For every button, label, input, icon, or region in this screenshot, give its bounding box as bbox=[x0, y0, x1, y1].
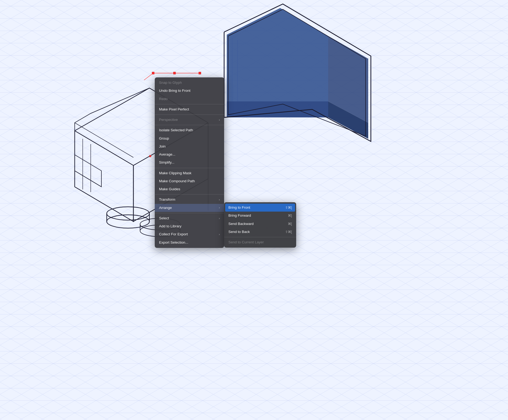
menu-item-group[interactable]: Group bbox=[155, 134, 224, 142]
submenu-item-bring-forward[interactable]: Bring Forward ⌘] bbox=[224, 212, 296, 220]
separator-1 bbox=[155, 104, 224, 104]
menu-item-export-selection[interactable]: Export Selection... bbox=[155, 239, 224, 247]
menu-item-make-compound-path[interactable]: Make Compound Path bbox=[155, 177, 224, 185]
separator-2 bbox=[155, 114, 224, 115]
context-menu: Snap to Glyph Undo Bring to Front Redo M… bbox=[155, 77, 224, 248]
menu-item-transform[interactable]: Transform › bbox=[155, 196, 224, 204]
submenu-item-send-to-back[interactable]: Send to Back ⇧⌘[ bbox=[224, 228, 296, 236]
transform-arrow: › bbox=[219, 197, 220, 202]
perspective-arrow: › bbox=[219, 118, 220, 122]
collect-arrow: › bbox=[219, 232, 220, 237]
arrange-arrow: › bbox=[219, 205, 220, 210]
menu-item-simplify[interactable]: Simplify... bbox=[155, 159, 224, 167]
separator-4 bbox=[155, 168, 224, 168]
menu-item-select[interactable]: Select › bbox=[155, 214, 224, 222]
separator-3 bbox=[155, 125, 224, 125]
select-arrow: › bbox=[219, 216, 220, 221]
context-menu-wrapper: Snap to Glyph Undo Bring to Front Redo M… bbox=[155, 77, 224, 248]
menu-item-make-pixel-perfect[interactable]: Make Pixel Perfect bbox=[155, 105, 224, 113]
separator-6 bbox=[155, 213, 224, 213]
menu-item-arrange[interactable]: Arrange › bbox=[155, 204, 224, 212]
submenu-item-send-to-current-layer[interactable]: Send to Current Layer bbox=[224, 238, 296, 246]
menu-item-join[interactable]: Join bbox=[155, 142, 224, 150]
menu-item-make-guides[interactable]: Make Guides bbox=[155, 185, 224, 193]
separator-5 bbox=[155, 194, 224, 195]
menu-item-undo-bring-to-front[interactable]: Undo Bring to Front bbox=[155, 87, 224, 95]
svg-rect-24 bbox=[149, 155, 151, 157]
menu-item-snap-to-glyph[interactable]: Snap to Glyph bbox=[155, 79, 224, 87]
submenu-item-send-backward[interactable]: Send Backward ⌘[ bbox=[224, 220, 296, 228]
menu-item-redo[interactable]: Redo bbox=[155, 95, 224, 103]
menu-item-isolate-selected-path[interactable]: Isolate Selected Path bbox=[155, 126, 224, 134]
submenu-separator bbox=[224, 237, 296, 237]
menu-item-add-to-library[interactable]: Add to Library bbox=[155, 222, 224, 230]
menu-item-average[interactable]: Average... bbox=[155, 150, 224, 159]
submenu-item-bring-to-front[interactable]: Bring to Front ⇧⌘] bbox=[225, 204, 295, 212]
arrange-submenu: Bring to Front ⇧⌘] Bring Forward ⌘] Send… bbox=[224, 202, 296, 248]
menu-item-collect-for-export[interactable]: Collect For Export › bbox=[155, 230, 224, 238]
menu-item-make-clipping-mask[interactable]: Make Clipping Mask bbox=[155, 169, 224, 177]
menu-item-perspective[interactable]: Perspective › bbox=[155, 116, 224, 124]
